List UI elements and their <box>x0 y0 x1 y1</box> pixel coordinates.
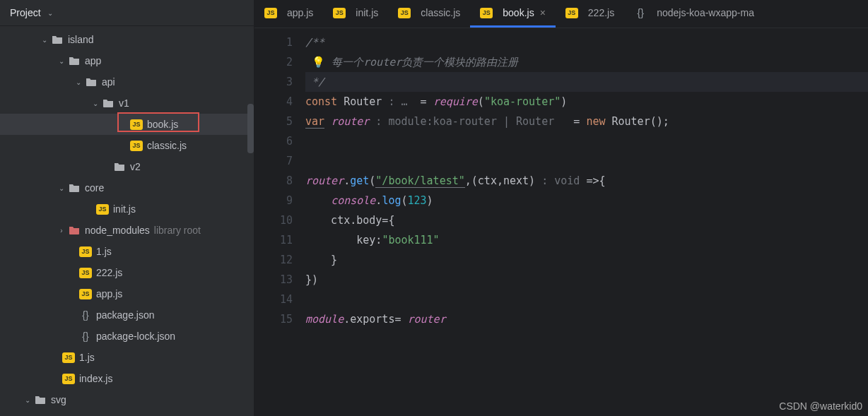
tree-item-app-js[interactable]: JSapp.js <box>0 283 254 304</box>
tree-item-package-lock-json[interactable]: {}package-lock.json <box>0 326 254 347</box>
line-number: 7 <box>254 151 293 171</box>
tree-item-v2[interactable]: v2 <box>0 156 254 177</box>
tree-item-label: v2 <box>130 161 141 172</box>
tab-label: app.js <box>287 7 313 18</box>
tree-item-label: svg <box>51 394 66 405</box>
tree-item-node_modules[interactable]: ›node_moduleslibrary root <box>0 220 254 241</box>
tree-item-1-js[interactable]: JS1.js <box>0 241 254 262</box>
code-line[interactable]: ctx.body={ <box>305 210 868 230</box>
tab-label: nodejs-koa-wxapp-ma <box>657 7 754 18</box>
tree-item-label: index.js <box>79 373 112 384</box>
code-line[interactable]: module.exports= router <box>305 309 868 329</box>
code-editor[interactable]: 123456789101112131415 /** 💡 每一个router负责一… <box>254 28 868 416</box>
tree-item-api[interactable]: ⌄api <box>0 71 254 93</box>
code-line[interactable]: } <box>305 250 868 270</box>
line-number: 13 <box>254 270 293 290</box>
tree-item-label: 222.js <box>96 267 122 278</box>
chevron-down-icon: ⌄ <box>45 9 55 17</box>
line-number: 10 <box>254 210 293 230</box>
tree-item-label: node_modules <box>85 225 150 236</box>
tree-item-label: package-lock.json <box>96 331 175 342</box>
code-line[interactable]: }) <box>305 270 868 290</box>
watermark: CSDN @waterkid0 <box>779 400 862 412</box>
line-number: 6 <box>254 131 293 151</box>
line-gutter: 123456789101112131415 <box>254 28 305 416</box>
line-number: 11 <box>254 230 293 250</box>
tab-book-js[interactable]: JSbook.js× <box>470 0 556 28</box>
tree-item-label: app <box>85 55 101 66</box>
code-line[interactable]: */ <box>305 72 868 92</box>
tree-item-package-json[interactable]: {}package.json <box>0 304 254 326</box>
tree-item-label: app.js <box>96 288 122 299</box>
tree-item-suffix: library root <box>154 225 201 236</box>
tree-item-book-js[interactable]: JSbook.js <box>0 114 254 135</box>
tab-label: 222.js <box>588 7 614 18</box>
tree-item-label: v1 <box>119 97 129 109</box>
tab-label: book.js <box>503 7 534 18</box>
tree-item-label: package.json <box>96 309 155 321</box>
tree-item-label: 1.js <box>79 352 95 363</box>
tree-item-svg[interactable]: ⌄svg <box>0 389 254 410</box>
sidebar-header[interactable]: Project ⌄ <box>0 0 254 26</box>
line-number: 5 <box>254 112 293 131</box>
scrollbar[interactable] <box>247 104 254 153</box>
tab-init-js[interactable]: JSinit.js <box>323 0 388 28</box>
tree-item-label: core <box>85 182 104 194</box>
tree-item-init-js[interactable]: JSinit.js <box>0 198 254 220</box>
tree-item-1-js[interactable]: JS1.js <box>0 347 254 368</box>
tree-item-label: island <box>68 34 94 45</box>
tree-item-label: init.js <box>113 203 136 215</box>
project-title: Project <box>10 7 41 18</box>
code-line[interactable]: key:"book111" <box>305 230 868 250</box>
file-tree: ⌄island⌄app⌄api⌄v1JSbook.jsJSclassic.jsv… <box>0 26 254 416</box>
tab-222-js[interactable]: JS222.js <box>556 0 624 28</box>
editor-tabs: JSapp.jsJSinit.jsJSclassic.jsJSbook.js×J… <box>254 0 868 28</box>
tree-item-core[interactable]: ⌄core <box>0 177 254 198</box>
code-line[interactable]: /** <box>305 32 868 52</box>
line-number: 14 <box>254 290 293 309</box>
line-number: 8 <box>254 171 293 191</box>
line-number: 9 <box>254 191 293 210</box>
tree-item-label: api <box>102 76 115 88</box>
tree-item-label: book.js <box>147 119 178 130</box>
tab-label: classic.js <box>421 7 460 18</box>
line-number: 15 <box>254 309 293 329</box>
tab-classic-js[interactable]: JSclassic.js <box>388 0 470 28</box>
tab-label: init.js <box>356 7 378 18</box>
tab-nodejs-koa-wxapp-ma[interactable]: {}nodejs-koa-wxapp-ma <box>624 0 764 28</box>
code-line[interactable]: 💡 每一个router负责一个模块的路由注册 <box>305 52 868 72</box>
tree-item-label: classic.js <box>147 140 187 151</box>
line-number: 1 <box>254 32 293 52</box>
tab-app-js[interactable]: JSapp.js <box>254 0 323 28</box>
tree-item-island[interactable]: ⌄island <box>0 29 254 50</box>
project-sidebar: Project ⌄ ⌄island⌄app⌄api⌄v1JSbook.jsJSc… <box>0 0 254 416</box>
code-line[interactable] <box>305 290 868 309</box>
code-line[interactable]: router.get("/book/latest",(ctx,next) : v… <box>305 171 868 191</box>
tree-item-index-js[interactable]: JSindex.js <box>0 368 254 389</box>
code-line[interactable] <box>305 151 868 171</box>
tree-item-label: 1.js <box>96 246 112 257</box>
code-line[interactable] <box>305 131 868 151</box>
code-content[interactable]: /** 💡 每一个router负责一个模块的路由注册 */const Route… <box>305 28 868 416</box>
code-line[interactable]: var router : module:koa-router | Router … <box>305 112 868 131</box>
line-number: 2 <box>254 52 293 72</box>
editor-pane: JSapp.jsJSinit.jsJSclassic.jsJSbook.js×J… <box>254 0 868 416</box>
line-number: 12 <box>254 250 293 270</box>
tree-item-v1[interactable]: ⌄v1 <box>0 93 254 114</box>
tree-item-222-js[interactable]: JS222.js <box>0 262 254 283</box>
line-number: 3 <box>254 72 293 92</box>
line-number: 4 <box>254 92 293 112</box>
code-line[interactable]: const Router : … = require("koa-router") <box>305 92 868 112</box>
tree-item-classic-js[interactable]: JSclassic.js <box>0 135 254 156</box>
close-icon[interactable]: × <box>540 7 546 18</box>
code-line[interactable]: console.log(123) <box>305 191 868 210</box>
tree-item-app[interactable]: ⌄app <box>0 50 254 71</box>
